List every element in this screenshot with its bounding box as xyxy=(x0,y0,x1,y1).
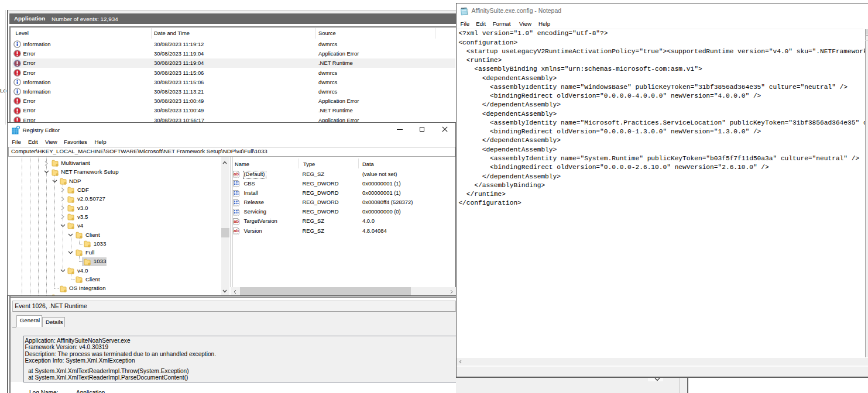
svg-text:ab: ab xyxy=(234,228,239,233)
svg-text:ab: ab xyxy=(234,172,239,177)
svg-text:ab: ab xyxy=(234,219,239,224)
